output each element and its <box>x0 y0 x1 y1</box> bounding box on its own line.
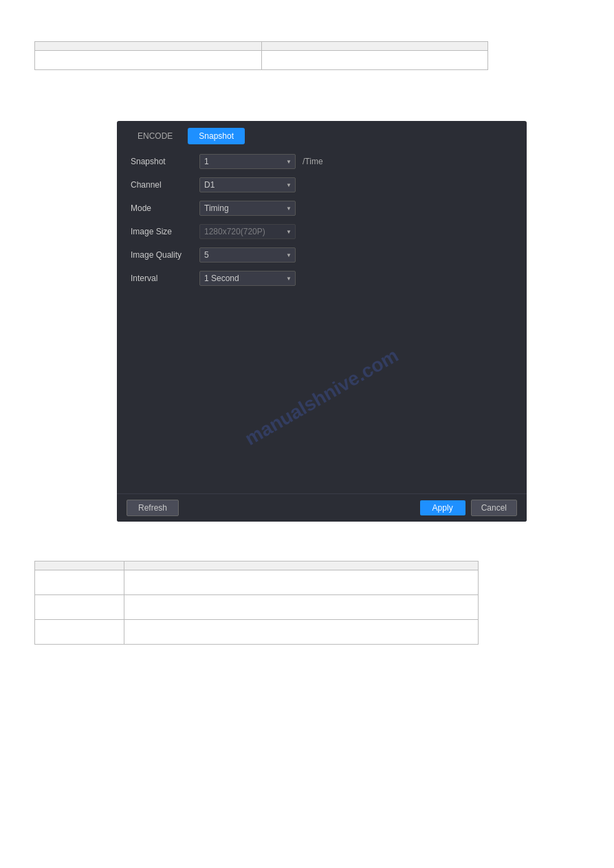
bottom-table-row3-col2 <box>124 620 479 645</box>
top-table-cell-col1 <box>35 51 262 70</box>
image-quality-select-wrap: 5 <box>199 247 296 263</box>
bottom-table-row1-col1 <box>35 570 124 595</box>
bottom-table-row1-col2 <box>124 570 479 595</box>
refresh-button[interactable]: Refresh <box>127 500 179 516</box>
image-quality-row: Image Quality 5 <box>131 247 513 263</box>
interval-select[interactable]: 1 Second <box>199 271 296 286</box>
snapshot-select[interactable]: 1 <box>199 154 296 169</box>
image-size-label: Image Size <box>131 227 199 236</box>
channel-select[interactable]: D1 <box>199 177 296 192</box>
channel-select-wrap: D1 <box>199 177 296 192</box>
image-size-select-wrap: 1280x720(720P) <box>199 224 296 239</box>
interval-select-wrap: 1 Second <box>199 271 296 286</box>
channel-label: Channel <box>131 180 199 190</box>
interval-label: Interval <box>131 274 199 283</box>
image-quality-label: Image Quality <box>131 250 199 260</box>
bottom-table-header-col2 <box>124 561 479 570</box>
image-quality-select[interactable]: 5 <box>199 247 296 263</box>
bottom-table-row2-col2 <box>124 595 479 620</box>
snapshot-unit: /Time <box>303 157 323 166</box>
top-table-cell-col2 <box>261 51 488 70</box>
bottom-table-row3-col1 <box>35 620 124 645</box>
snapshot-select-wrap: 1 <box>199 154 296 169</box>
top-table-header-col2 <box>261 42 488 51</box>
cancel-button[interactable]: Cancel <box>471 500 517 516</box>
mode-label: Mode <box>131 203 199 213</box>
bottom-table-header-col1 <box>35 561 124 570</box>
tab-encode[interactable]: ENCODE <box>127 128 184 144</box>
tab-snapshot[interactable]: Snapshot <box>188 128 245 144</box>
interval-row: Interval 1 Second <box>131 271 513 286</box>
snapshot-control: 1 /Time <box>199 154 323 169</box>
panel-buttons: Refresh Apply Cancel <box>117 493 527 522</box>
watermark: manualshnive.com <box>241 344 402 450</box>
top-table <box>34 41 488 70</box>
bottom-table <box>34 561 479 645</box>
snapshot-label: Snapshot <box>131 157 199 166</box>
snapshot-row: Snapshot 1 /Time <box>131 154 513 169</box>
panel-form: Snapshot 1 /Time Channel D1 <box>117 144 527 301</box>
top-table-header-col1 <box>35 42 262 51</box>
mode-select-wrap: Timing <box>199 201 296 216</box>
apply-button[interactable]: Apply <box>420 500 465 515</box>
mode-select[interactable]: Timing <box>199 201 296 216</box>
panel-tabs: ENCODE Snapshot <box>117 121 527 144</box>
panel-spacer: manualshnive.com <box>117 301 527 493</box>
bottom-table-row2-col1 <box>35 595 124 620</box>
image-size-select[interactable]: 1280x720(720P) <box>199 224 296 239</box>
mode-row: Mode Timing <box>131 201 513 216</box>
image-size-row: Image Size 1280x720(720P) <box>131 224 513 239</box>
snapshot-panel: ENCODE Snapshot Snapshot 1 /Time Ch <box>117 121 527 522</box>
channel-row: Channel D1 <box>131 177 513 192</box>
